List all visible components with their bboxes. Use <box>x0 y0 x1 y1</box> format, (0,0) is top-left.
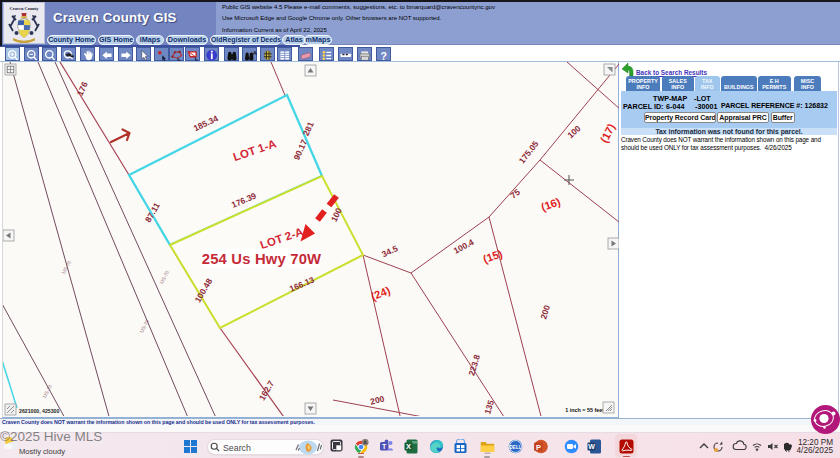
svg-text:281: 281 <box>301 120 316 137</box>
svg-text:176: 176 <box>75 80 90 97</box>
svg-text:Craven County: Craven County <box>10 6 40 11</box>
svg-text:US-70: US-70 <box>138 318 150 333</box>
svg-text:?: ? <box>380 50 386 62</box>
svg-text:100.4: 100.4 <box>452 237 476 256</box>
svg-text:162.7: 162.7 <box>257 379 276 403</box>
svg-text:P: P <box>536 442 541 451</box>
svg-text:200: 200 <box>369 393 385 406</box>
svg-text:X: X <box>405 442 410 451</box>
svg-text:75: 75 <box>508 187 522 201</box>
svg-text:DELL: DELL <box>510 444 522 449</box>
svg-text:(16): (16) <box>539 195 562 213</box>
svg-text:US-70: US-70 <box>158 269 170 284</box>
svg-text:T: T <box>382 442 387 449</box>
svg-text:223.8: 223.8 <box>466 353 482 377</box>
svg-text:(24): (24) <box>369 284 392 303</box>
svg-text:254 Us Hwy 70W: 254 Us Hwy 70W <box>202 251 322 267</box>
svg-text:US-70: US-70 <box>60 259 72 274</box>
svg-text:W: W <box>588 443 595 450</box>
svg-text:A: A <box>253 50 257 56</box>
svg-text:2621000, 425300: 2621000, 425300 <box>19 408 60 414</box>
svg-text:34.5: 34.5 <box>380 243 399 259</box>
svg-text:175.05: 175.05 <box>517 139 541 166</box>
svg-text:(17): (17) <box>598 121 618 144</box>
svg-text:1 inch = 55 feet: 1 inch = 55 feet <box>565 407 604 413</box>
svg-text:US-70: US-70 <box>41 383 53 398</box>
svg-text:200: 200 <box>538 304 552 321</box>
